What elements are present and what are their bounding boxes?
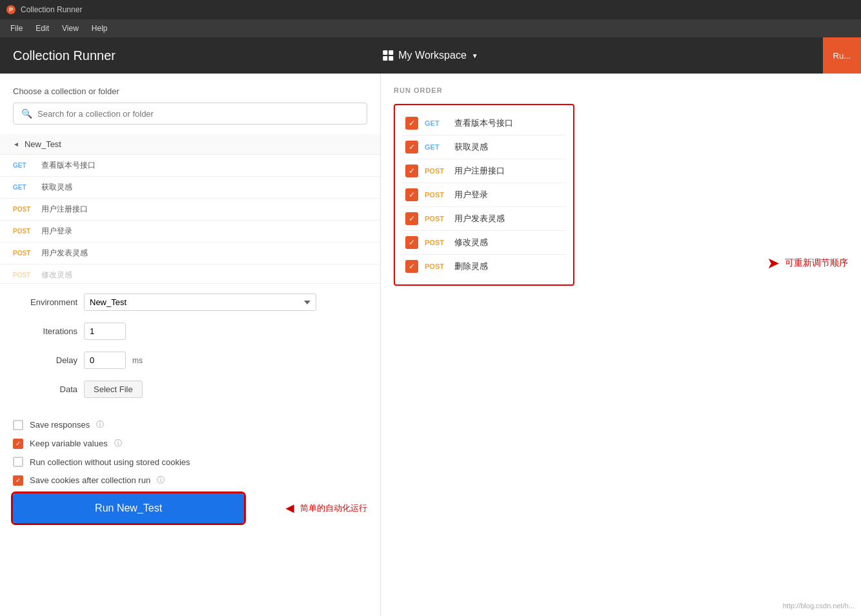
run-order-checkbox[interactable]: ✓ xyxy=(405,212,418,225)
watermark: http://blog.csdn.net/h... xyxy=(783,602,855,610)
search-box: 🔍 xyxy=(13,103,367,124)
run-item-name: 修改灵感 xyxy=(454,237,488,248)
run-button[interactable]: Run New_Test xyxy=(13,493,244,523)
collapse-icon: ◄ xyxy=(13,141,19,148)
method-badge: POST xyxy=(13,250,35,257)
workspace-label: My Workspace xyxy=(398,50,467,61)
title-bar-text: Collection Runner xyxy=(21,5,82,14)
run-order-item: ✓ GET 查看版本号接口 xyxy=(401,112,567,135)
environment-label: Environment xyxy=(13,297,77,307)
environment-row: Environment New_Test xyxy=(13,293,367,311)
delay-unit: ms xyxy=(132,356,143,365)
run-without-cookies-row: Run collection without using stored cook… xyxy=(0,457,380,467)
run-order-checkbox[interactable]: ✓ xyxy=(405,117,418,130)
data-row: Data Select File xyxy=(13,381,367,398)
run-order-checkbox[interactable]: ✓ xyxy=(405,236,418,249)
save-cookies-row: ✓ Save cookies after collection run ⓘ xyxy=(0,475,380,486)
run-order-checkbox[interactable]: ✓ xyxy=(405,260,418,273)
list-item: POST 用户登录 xyxy=(0,221,380,243)
main-layout: Choose a collection or folder 🔍 ◄ New_Te… xyxy=(0,74,861,616)
run-method-badge: GET xyxy=(425,143,448,151)
config-section: Environment New_Test Iterations Delay ms… xyxy=(0,284,380,419)
method-badge: GET xyxy=(13,162,35,169)
run-method-badge: POST xyxy=(425,239,448,246)
run-order-item: ✓ POST 删除灵感 xyxy=(401,255,567,278)
arrow-left-icon: ◄ xyxy=(283,500,297,517)
run-item-name: 用户登录 xyxy=(454,189,488,201)
run-method-badge: POST xyxy=(425,167,448,175)
menu-file[interactable]: File xyxy=(5,23,28,34)
delay-row: Delay ms xyxy=(13,352,367,369)
header-run-button[interactable]: Ru... xyxy=(823,37,861,74)
run-item-name: 删除灵感 xyxy=(454,261,488,272)
chevron-down-icon: ▼ xyxy=(472,52,478,59)
run-item-name: 用户注册接口 xyxy=(454,165,505,177)
run-order-item: ✓ POST 用户注册接口 xyxy=(401,159,567,183)
run-order-item: ✓ POST 修改灵感 xyxy=(401,231,567,255)
workspace-selector[interactable]: My Workspace ▼ xyxy=(383,50,478,61)
request-name: 用户注册接口 xyxy=(41,204,88,215)
right-panel: RUN ORDER ✓ GET 查看版本号接口 ✓ GET 获取灵感 ✓ POS… xyxy=(381,74,861,616)
run-order-checkbox[interactable]: ✓ xyxy=(405,164,418,177)
keep-variable-info-icon[interactable]: ⓘ xyxy=(114,438,122,449)
run-order-list: ✓ GET 查看版本号接口 ✓ GET 获取灵感 ✓ POST 用户注册接口 ✓… xyxy=(394,104,574,286)
run-item-name: 获取灵感 xyxy=(454,141,488,153)
delay-input[interactable] xyxy=(84,352,126,369)
run-order-checkbox[interactable]: ✓ xyxy=(405,141,418,154)
data-label: Data xyxy=(13,384,77,394)
method-badge: POST xyxy=(13,206,35,213)
app-icon: P xyxy=(6,5,15,14)
method-badge: POST xyxy=(13,228,35,235)
run-order-checkbox[interactable]: ✓ xyxy=(405,188,418,201)
method-badge: GET xyxy=(13,184,35,191)
run-item-name: 用户发表灵感 xyxy=(454,213,505,224)
environment-select[interactable]: New_Test xyxy=(84,293,316,311)
run-without-cookies-checkbox[interactable] xyxy=(13,457,23,467)
search-input[interactable] xyxy=(37,109,359,119)
left-panel: Choose a collection or folder 🔍 ◄ New_Te… xyxy=(0,74,381,616)
run-without-cookies-label: Run collection without using stored cook… xyxy=(30,457,190,467)
collection-header[interactable]: ◄ New_Test xyxy=(0,134,380,155)
save-responses-checkbox[interactable] xyxy=(13,420,23,430)
search-icon: 🔍 xyxy=(21,108,32,119)
request-name: 修改灵感 xyxy=(41,270,72,281)
list-item: POST 修改灵感 xyxy=(0,264,380,284)
header: Collection Runner My Workspace ▼ Ru... xyxy=(0,37,861,74)
run-order-item: ✓ GET 获取灵感 xyxy=(401,135,567,159)
title-bar: P Collection Runner xyxy=(0,0,861,19)
run-item-name: 查看版本号接口 xyxy=(454,117,513,129)
arrow-right-icon: ➤ xyxy=(767,254,780,272)
run-method-badge: POST xyxy=(425,215,448,223)
request-name: 查看版本号接口 xyxy=(41,160,96,171)
collection-name: New_Test xyxy=(25,139,61,149)
annotation-auto-text: 简单的自动化运行 xyxy=(300,502,367,514)
list-item: GET 获取灵感 xyxy=(0,177,380,199)
menu-view[interactable]: View xyxy=(57,23,84,34)
annotation-order: ➤ 可重新调节顺序 xyxy=(767,254,848,272)
keep-variable-label: Keep variable values xyxy=(30,439,108,448)
save-cookies-checkbox[interactable]: ✓ xyxy=(13,475,23,486)
request-name: 获取灵感 xyxy=(41,182,72,193)
request-name: 用户发表灵感 xyxy=(41,248,88,259)
save-responses-info-icon[interactable]: ⓘ xyxy=(96,419,104,430)
list-item: POST 用户注册接口 xyxy=(0,199,380,221)
iterations-row: Iterations xyxy=(13,323,367,340)
list-item: POST 用户发表灵感 xyxy=(0,243,380,264)
run-section: Run New_Test ◄ 简单的自动化运行 xyxy=(0,493,380,533)
menu-help[interactable]: Help xyxy=(86,23,113,34)
save-cookies-label: Save cookies after collection run xyxy=(30,475,150,485)
iterations-label: Iterations xyxy=(13,326,77,336)
run-method-badge: POST xyxy=(425,263,448,270)
delay-label: Delay xyxy=(13,355,77,365)
keep-variable-row: ✓ Keep variable values ⓘ xyxy=(0,438,380,449)
method-badge: POST xyxy=(13,272,35,279)
save-cookies-info-icon[interactable]: ⓘ xyxy=(157,475,165,486)
annotation-auto: ◄ 简单的自动化运行 xyxy=(283,500,367,517)
run-order-title: RUN ORDER xyxy=(394,86,848,94)
select-file-button[interactable]: Select File xyxy=(84,381,143,398)
iterations-input[interactable] xyxy=(84,323,126,340)
menu-edit[interactable]: Edit xyxy=(30,23,54,34)
run-method-badge: GET xyxy=(425,119,448,127)
request-list: GET 查看版本号接口 GET 获取灵感 POST 用户注册接口 POST 用户… xyxy=(0,155,380,284)
keep-variable-checkbox[interactable]: ✓ xyxy=(13,439,23,449)
